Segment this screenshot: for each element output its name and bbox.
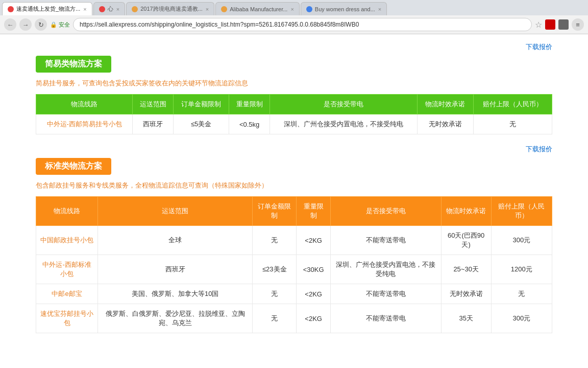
s1-weight-0: <0.5kg	[229, 114, 270, 134]
secure-badge: 🔒 安全	[50, 21, 70, 29]
th-compensation-2: 赔付上限（人民币）	[491, 197, 552, 226]
tab-label-4: Buy women dress and...	[315, 6, 375, 12]
s2-route-0[interactable]: 中国邮政挂号小包	[36, 226, 98, 255]
menu-button[interactable]: ≡	[572, 18, 584, 31]
back-button[interactable]: ←	[4, 18, 16, 31]
s2-order-limit-1: ≤23美金	[253, 255, 297, 284]
s2-region-2: 美国、俄罗斯、加拿大等10国	[98, 284, 253, 304]
tab-4[interactable]: Buy women dress and... ×	[301, 2, 387, 15]
th-weight-2: 重量限制	[297, 197, 331, 226]
th-weight-1: 重量限制	[229, 95, 270, 114]
download-anchor-2[interactable]: 下载报价	[526, 145, 552, 153]
s2-weight-3: <2KG	[297, 304, 331, 333]
extension-icon-2[interactable]	[558, 19, 569, 30]
tab-3[interactable]: Alibaba Manufacturer... ×	[215, 2, 300, 15]
th-route-2: 物流线路	[36, 197, 98, 226]
tab-active[interactable]: 速卖通线上发货_物流方... ×	[2, 2, 92, 15]
tab-label-heart: 心	[108, 5, 113, 13]
th-region-1: 运送范围	[133, 95, 174, 114]
s2-order-limit-2: 无	[253, 284, 297, 304]
url-input[interactable]: https://sell.aliexpress.com/shipping/onl…	[73, 18, 532, 31]
s1-route-0[interactable]: 中外运-西邮简易挂号小包	[36, 114, 133, 134]
section2-row-3: 速优宝芬邮挂号小包 俄罗斯、白俄罗斯、爱沙尼亚、拉脱维亚、立陶宛、乌克兰 无 <…	[36, 304, 552, 333]
s2-battery-3: 不能寄送带电	[331, 304, 442, 333]
th-region-2: 运送范围	[98, 197, 253, 226]
section1-title: 简易类物流方案	[36, 56, 111, 73]
s1-compensation-0: 无	[473, 114, 552, 134]
section1-desc: 简易挂号服务，可查询包含妥投或买家签收在内的关键环节物流追踪信息	[36, 79, 552, 88]
tab-icon-4	[306, 6, 312, 12]
forward-button[interactable]: →	[19, 18, 32, 31]
section2: 标准类物流方案 包含邮政挂号服务和专线类服务，全程物流追踪信息可查询（特殊国家如…	[36, 158, 552, 333]
download-link-2[interactable]: 下载报价	[36, 145, 552, 154]
lock-icon: 🔒	[50, 21, 57, 28]
s2-region-1: 西班牙	[98, 255, 253, 284]
s2-battery-2: 不能寄送带电	[331, 284, 442, 304]
url-text: https://sell.aliexpress.com/shipping/onl…	[80, 21, 359, 28]
s1-region-0: 西班牙	[133, 114, 174, 134]
s2-region-0: 全球	[98, 226, 253, 255]
s2-region-3: 俄罗斯、白俄罗斯、爱沙尼亚、拉脱维亚、立陶宛、乌克兰	[98, 304, 253, 333]
section1-row-0: 中外运-西邮简易挂号小包 西班牙 ≤5美金 <0.5kg 深圳、广州仓接受内置电…	[36, 114, 552, 134]
th-time-2: 物流时效承诺	[441, 197, 491, 226]
s2-compensation-1: 1200元	[491, 255, 552, 284]
s2-route-1[interactable]: 中外运-西邮标准小包	[36, 255, 98, 284]
th-battery-2: 是否接受带电	[331, 197, 442, 226]
th-battery-1: 是否接受带电	[270, 95, 417, 114]
s2-weight-1: <30KG	[297, 255, 331, 284]
tab-close-active[interactable]: ×	[83, 6, 86, 12]
tab-icon-2	[132, 6, 138, 12]
extension-icon[interactable]	[545, 19, 555, 30]
s2-time-0: 60天(巴西90天)	[441, 226, 491, 255]
section2-table: 物流线路 运送范围 订单金额限制 重量限制 是否接受带电 物流时效承诺 赔付上限…	[36, 196, 552, 333]
section2-row-0: 中国邮政挂号小包 全球 无 <2KG 不能寄送带电 60天(巴西90天) 300…	[36, 226, 552, 255]
s2-compensation-3: 300元	[491, 304, 552, 333]
th-order-limit-2: 订单金额限制	[253, 197, 297, 226]
tab-close-3[interactable]: ×	[290, 6, 293, 12]
th-compensation-1: 赔付上限（人民币）	[473, 95, 552, 114]
refresh-button[interactable]: ↻	[35, 18, 47, 31]
tab-label-1: 速卖通线上发货_物流方...	[16, 5, 80, 13]
tab-label-2: 2017跨境电商速卖通教...	[140, 5, 203, 13]
s2-weight-0: <2KG	[297, 226, 331, 255]
tab-1[interactable]: 心 ×	[93, 2, 125, 15]
th-time-1: 物流时效承诺	[418, 95, 473, 114]
address-bar: ← → ↻ 🔒 安全 https://sell.aliexpress.com/s…	[0, 15, 588, 34]
tab-close-2[interactable]: ×	[206, 6, 209, 12]
s2-time-2: 无时效承诺	[441, 284, 491, 304]
s2-battery-1: 深圳、广州仓接受内置电池，不接受纯电	[331, 255, 442, 284]
s2-time-3: 35天	[441, 304, 491, 333]
s2-order-limit-0: 无	[253, 226, 297, 255]
s2-compensation-0: 300元	[491, 226, 552, 255]
tab-bar: 速卖通线上发货_物流方... × 心 × 2017跨境电商速卖通教... × A…	[0, 0, 588, 15]
tab-close-4[interactable]: ×	[378, 6, 381, 12]
tab-icon-1	[8, 6, 14, 12]
section2-row-1: 中外运-西邮标准小包 西班牙 ≤23美金 <30KG 深圳、广州仓接受内置电池，…	[36, 255, 552, 284]
section1-table: 物流线路 运送范围 订单金额限制 重量限制 是否接受带电 物流时效承诺 赔付上限…	[36, 94, 552, 134]
tab-icon-heart	[99, 6, 105, 12]
s2-order-limit-3: 无	[253, 304, 297, 333]
section2-desc: 包含邮政挂号服务和专线类服务，全程物流追踪信息可查询（特殊国家如除外）	[36, 181, 552, 190]
s1-order-limit-0: ≤5美金	[173, 114, 229, 134]
download-link-1[interactable]: 下载报价	[36, 42, 552, 52]
tab-icon-3	[221, 6, 227, 12]
download-anchor-1[interactable]: 下载报价	[526, 43, 552, 51]
tab-label-3: Alibaba Manufacturer...	[230, 6, 287, 12]
s2-compensation-2: 无	[491, 284, 552, 304]
s2-route-3[interactable]: 速优宝芬邮挂号小包	[36, 304, 98, 333]
browser-chrome: 速卖通线上发货_物流方... × 心 × 2017跨境电商速卖通教... × A…	[0, 0, 588, 34]
secure-label: 安全	[59, 21, 70, 29]
s2-time-1: 25~30天	[441, 255, 491, 284]
tab-close-1[interactable]: ×	[116, 6, 119, 12]
th-order-limit-1: 订单金额限制	[173, 95, 229, 114]
section1: 简易类物流方案 简易挂号服务，可查询包含妥投或买家签收在内的关键环节物流追踪信息…	[36, 56, 552, 134]
main-content: 下载报价 简易类物流方案 简易挂号服务，可查询包含妥投或买家签收在内的关键环节物…	[0, 34, 588, 368]
s2-route-2[interactable]: 中邮e邮宝	[36, 284, 98, 304]
section2-title: 标准类物流方案	[36, 158, 111, 175]
s1-battery-0: 深圳、广州仓接受内置电池，不接受纯电	[270, 114, 417, 134]
th-route-1: 物流线路	[36, 95, 133, 114]
bookmark-icon[interactable]: ☆	[535, 20, 542, 30]
section2-row-2: 中邮e邮宝 美国、俄罗斯、加拿大等10国 无 <2KG 不能寄送带电 无时效承诺…	[36, 284, 552, 304]
tab-2[interactable]: 2017跨境电商速卖通教... ×	[126, 2, 214, 15]
section1-header-row: 物流线路 运送范围 订单金额限制 重量限制 是否接受带电 物流时效承诺 赔付上限…	[36, 95, 552, 114]
